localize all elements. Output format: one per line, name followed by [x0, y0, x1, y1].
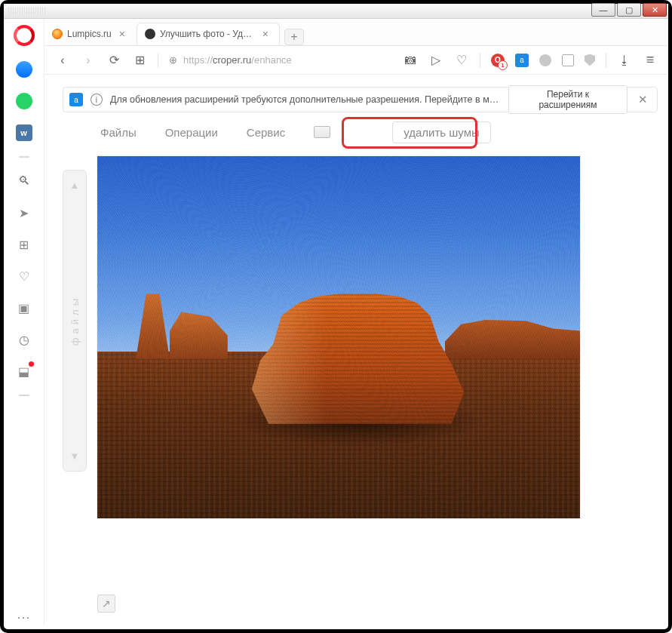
tab-close-icon[interactable]: × — [116, 28, 128, 40]
bookmark-heart-icon[interactable]: ♡ — [454, 53, 469, 67]
chevron-up-icon[interactable]: ▲ — [70, 180, 80, 191]
menu-files[interactable]: Файлы — [100, 126, 137, 139]
wallet-icon[interactable] — [562, 54, 574, 66]
extensions-cube-icon[interactable]: ⬓ — [16, 363, 32, 379]
vk-icon[interactable]: w — [16, 124, 32, 141]
news-icon[interactable]: ▣ — [16, 300, 32, 316]
toolbar-separator — [158, 53, 158, 68]
image-canvas-area — [97, 156, 650, 588]
heart-icon[interactable]: ♡ — [16, 268, 32, 284]
tab-croper[interactable]: Улучшить фото - Удалени × — [137, 23, 280, 45]
url-path: /enhance — [251, 54, 292, 66]
tab-label: Lumpics.ru — [67, 29, 112, 39]
tab-close-icon[interactable]: × — [259, 28, 272, 40]
search-icon[interactable]: 🔍︎ — [16, 173, 32, 189]
address-bar[interactable]: ⊕ https://croper.ru/enhance — [169, 54, 392, 66]
nav-toolbar: ‹ › ⟳ ⊞ ⊕ https://croper.ru/enhance 📷︎ ▷… — [44, 46, 668, 75]
adblock-shield-icon[interactable] — [585, 54, 595, 66]
sidebar-separator — [19, 156, 29, 158]
browser-chrome: Lumpics.ru × Улучшить фото - Удалени × +… — [4, 19, 668, 87]
toolbar-right: 📷︎ ▷ ♡ O a ⭳ ≡ — [403, 52, 658, 68]
info-icon: i — [91, 94, 103, 106]
remove-noise-button[interactable]: удалить шумы — [392, 121, 491, 143]
working-image[interactable] — [97, 156, 580, 518]
send-icon[interactable]: ➤ — [16, 204, 32, 221]
toolbar-separator — [480, 53, 480, 68]
tab-label: Улучшить фото - Удалени — [160, 29, 255, 39]
go-to-extensions-button[interactable]: Перейти к расширениям — [508, 85, 628, 114]
toolbar-separator — [606, 53, 606, 68]
snapshot-icon[interactable]: 📷︎ — [403, 54, 418, 67]
whatsapp-icon[interactable] — [16, 93, 32, 109]
profile-icon[interactable] — [539, 54, 551, 66]
menu-service[interactable]: Сервис — [247, 126, 285, 139]
opera-sidebar: w 🔍︎ ➤ ⊞ ♡ ▣ ◷ ⬓ ⋯ — [4, 19, 44, 625]
window-minimize-button[interactable]: — — [591, 3, 615, 17]
app-viewport: Файлы Операции Сервис удалить шумы ▲ фай… — [63, 117, 658, 619]
favicon-icon — [145, 29, 155, 39]
forward-button[interactable]: › — [81, 54, 96, 67]
infobar-close-icon[interactable]: ✕ — [635, 93, 651, 106]
tab-lumpics[interactable]: Lumpics.ru × — [44, 23, 137, 45]
files-side-panel[interactable]: ▲ файлы ▼ — [63, 170, 87, 472]
popout-icon[interactable]: ↗ — [97, 595, 115, 613]
sidebar-more-icon[interactable]: ⋯ — [17, 609, 31, 625]
extension-update-infobar: a i Для обновления расширений требуются … — [63, 87, 658, 112]
translate-extension-icon[interactable]: a — [515, 54, 529, 67]
new-tab-button[interactable]: + — [284, 29, 304, 45]
app-menu-bar: Файлы Операции Сервис удалить шумы — [63, 117, 658, 147]
downloads-icon[interactable]: ⭳ — [617, 54, 632, 67]
language-icon[interactable] — [314, 126, 330, 138]
share-icon[interactable]: ▷ — [428, 53, 443, 67]
apps-icon[interactable]: ⊞ — [16, 236, 32, 253]
menu-operations[interactable]: Операции — [165, 126, 218, 139]
url-host: croper.ru — [213, 54, 251, 66]
image-noise-overlay — [97, 156, 580, 518]
sidebar-separator — [19, 395, 29, 396]
infobar-text: Для обновления расширений требуются допо… — [110, 94, 501, 105]
easy-setup-icon[interactable]: ≡ — [643, 52, 658, 68]
url-scheme: https:// — [183, 54, 213, 66]
window-close-button[interactable]: ✕ — [643, 3, 667, 17]
back-button[interactable]: ‹ — [55, 54, 70, 67]
chevron-down-icon[interactable]: ▼ — [70, 450, 80, 462]
tab-strip: Lumpics.ru × Улучшить фото - Удалени × + — [44, 19, 668, 46]
window-titlebar: — ▢ ✕ — [4, 4, 668, 19]
side-panel-label: файлы — [69, 295, 81, 346]
speed-dial-button[interactable]: ⊞ — [132, 53, 147, 67]
window-maximize-button[interactable]: ▢ — [617, 3, 641, 17]
titlebar-grip — [8, 7, 46, 14]
favicon-icon — [52, 29, 63, 39]
site-info-icon[interactable]: ⊕ — [169, 54, 177, 66]
translate-extension-icon: a — [69, 93, 83, 106]
history-icon[interactable]: ◷ — [16, 331, 32, 348]
opera-account-icon[interactable]: O — [491, 54, 505, 67]
reload-button[interactable]: ⟳ — [106, 53, 121, 67]
